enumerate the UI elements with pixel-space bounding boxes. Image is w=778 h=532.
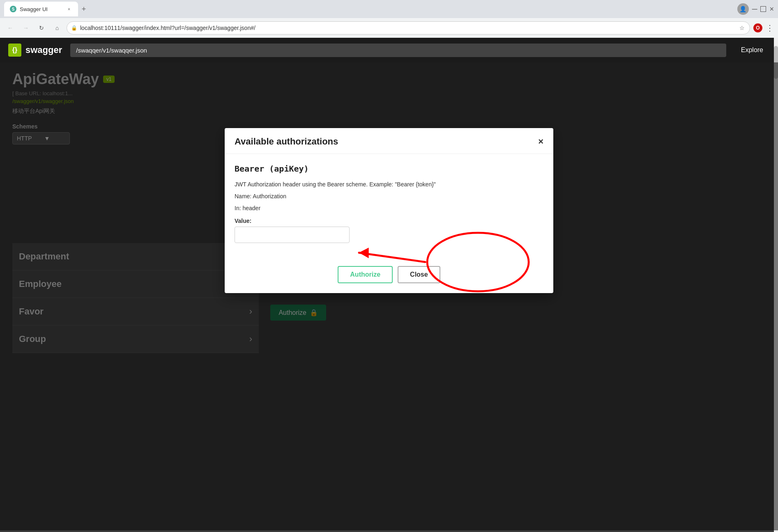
modal-close-btn[interactable]: Close — [398, 266, 440, 283]
opera-icon: O — [753, 23, 762, 32]
auth-scheme-title: Bearer (apiKey) — [235, 164, 543, 174]
address-text: localhost:10111/swagger/index.html?url=/… — [80, 25, 255, 31]
swagger-header: {} swagger /swaqqer/v1/swaqqer.json Expl… — [0, 38, 778, 62]
value-input[interactable] — [235, 227, 350, 243]
menu-icon[interactable]: ⋮ — [766, 23, 774, 33]
bookmark-icon[interactable]: ☆ — [739, 25, 745, 31]
swagger-logo: {} swagger — [8, 44, 62, 57]
browser-titlebar: S Swagger UI × + 👤 ─ × — [0, 0, 778, 18]
tab-close-button[interactable]: × — [66, 6, 72, 12]
auth-description: JWT Authorization header using the Beare… — [235, 180, 543, 189]
page-background: ApiGateWay v1 [ Base URL: localhost:1...… — [0, 62, 778, 530]
modal-title: Available authorizations — [235, 136, 338, 147]
minimize-button[interactable]: ─ — [752, 5, 757, 14]
reload-button[interactable]: ↻ — [35, 22, 48, 34]
browser-nav: ← → ↻ ⌂ 🔒 localhost:10111/swagger/index.… — [0, 18, 778, 38]
new-tab-button[interactable]: + — [78, 3, 90, 15]
tab-title: Swagger UI — [20, 6, 48, 12]
browser-tab[interactable]: S Swagger UI × — [4, 2, 78, 16]
value-label: Value: — [235, 218, 543, 224]
address-security-icon: 🔒 — [71, 25, 77, 31]
modal-authorize-button[interactable]: Authorize — [338, 266, 393, 283]
swagger-logo-text: swagger — [25, 45, 62, 55]
home-button[interactable]: ⌂ — [51, 22, 63, 34]
auth-in-label: In: header — [235, 204, 543, 213]
modal-dialog: Available authorizations × Bearer (apiKe… — [225, 128, 553, 293]
account-icon[interactable]: 👤 — [737, 3, 749, 15]
back-button[interactable]: ← — [4, 22, 16, 34]
modal-footer: Authorize Close — [225, 259, 553, 293]
tab-favicon: S — [10, 6, 16, 12]
swagger-logo-icon: {} — [8, 44, 21, 57]
modal-overlay: Available authorizations × Bearer (apiKe… — [0, 62, 778, 530]
swagger-url-input[interactable]: /swaqqer/v1/swaqqer.json — [70, 44, 726, 57]
auth-name-label: Name: Authorization — [235, 192, 543, 201]
address-bar[interactable]: 🔒 localhost:10111/swagger/index.html?url… — [67, 21, 750, 34]
modal-header: Available authorizations × — [225, 128, 553, 154]
forward-button[interactable]: → — [20, 22, 32, 34]
modal-body: Bearer (apiKey) JWT Authorization header… — [225, 154, 553, 259]
swagger-app: {} swagger /swaqqer/v1/swaqqer.json Expl… — [0, 38, 778, 530]
close-window-button[interactable]: × — [769, 5, 774, 14]
swagger-url-text: /swaqqer/v1/swaqqer.json — [76, 47, 147, 54]
explore-button[interactable]: Explore — [734, 44, 770, 56]
maximize-button[interactable] — [760, 6, 766, 12]
browser-chrome: S Swagger UI × + 👤 ─ × ← → ↻ ⌂ 🔒 localho… — [0, 0, 778, 38]
modal-close-button[interactable]: × — [538, 136, 543, 147]
